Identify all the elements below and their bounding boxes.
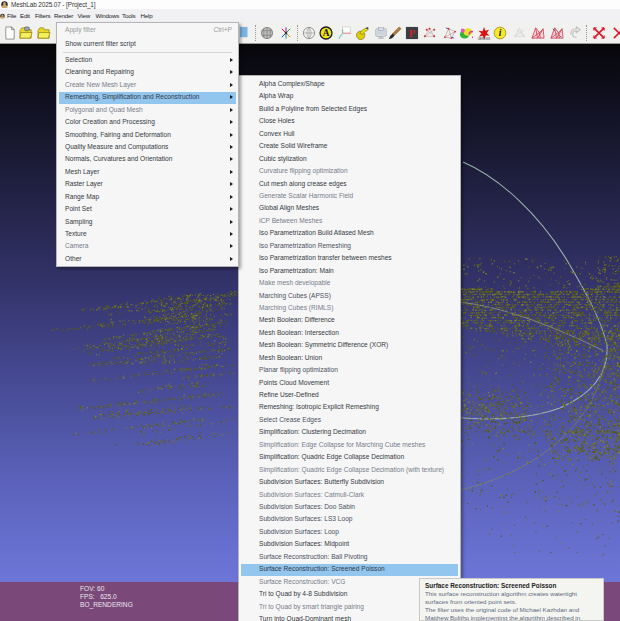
svg-text:P: P — [409, 28, 415, 39]
svg-text:GENESIS: GENESIS — [478, 37, 491, 40]
svg-text:A: A — [323, 28, 330, 38]
svg-text:i: i — [499, 28, 502, 38]
